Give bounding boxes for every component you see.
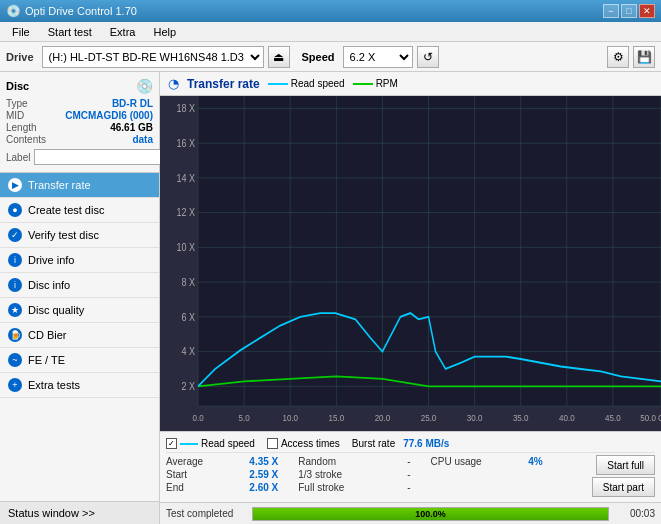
stat-cpu-usage-label: CPU usage <box>431 456 482 467</box>
nav-cd-bier-label: CD Bier <box>28 329 67 341</box>
disc-label-label: Label <box>6 152 30 163</box>
progress-bar-container: 100.0% <box>252 507 609 521</box>
svg-text:10.0: 10.0 <box>282 412 298 423</box>
stats-legend-row: Read speed Access times Burst rate 77.6 … <box>166 435 655 453</box>
nav-disc-info[interactable]: i Disc info <box>0 273 159 298</box>
svg-text:25.0: 25.0 <box>421 412 437 423</box>
disc-label-input[interactable] <box>34 149 167 165</box>
stat-cpu-usage: CPU usage 4% <box>431 455 543 468</box>
svg-text:6 X: 6 X <box>182 311 196 323</box>
svg-text:12 X: 12 X <box>177 206 196 218</box>
stats-buttons-col: Start full Start part <box>543 453 655 499</box>
nav-transfer-rate[interactable]: ▶ Transfer rate <box>0 173 159 198</box>
disc-section-label: Disc <box>6 80 29 92</box>
start-full-button[interactable]: Start full <box>596 455 655 475</box>
svg-text:0.0: 0.0 <box>193 412 204 423</box>
svg-text:2 X: 2 X <box>182 380 196 392</box>
menu-help[interactable]: Help <box>145 24 184 40</box>
close-button[interactable]: ✕ <box>639 4 655 18</box>
extra-tests-icon: + <box>8 378 22 392</box>
disc-type-label: Type <box>6 98 28 109</box>
rpm-legend: RPM <box>353 78 398 89</box>
stat-random-label: Random <box>298 456 336 467</box>
speed-select[interactable]: 6.2 X Max 1 X 2 X 4 X 8 X <box>343 46 413 68</box>
read-speed-check-label: Read speed <box>201 438 255 449</box>
progress-percent-label: 100.0% <box>415 509 446 519</box>
stat-1-3-stroke-value: - <box>407 469 410 480</box>
stat-random: Random - <box>298 455 410 468</box>
svg-text:10 X: 10 X <box>177 241 196 253</box>
fe-te-icon: ~ <box>8 353 22 367</box>
disc-contents-row: Contents data <box>6 134 153 145</box>
disc-contents-value: data <box>132 134 153 145</box>
nav-disc-quality-label: Disc quality <box>28 304 84 316</box>
disc-type-row: Type BD-R DL <box>6 98 153 109</box>
burst-rate-value: 77.6 MB/s <box>403 438 449 449</box>
burst-rate-label: Burst rate <box>352 438 395 449</box>
stat-random-value: - <box>407 456 410 467</box>
disc-mid-value: CMCMAGDI6 (000) <box>65 110 153 121</box>
nav-drive-info[interactable]: i Drive info <box>0 248 159 273</box>
nav-transfer-rate-label: Transfer rate <box>28 179 91 191</box>
elapsed-time: 00:03 <box>615 508 655 519</box>
stat-1-3-stroke: 1/3 stroke - <box>298 468 410 481</box>
stat-end-value: 2.60 X <box>249 482 278 493</box>
stat-start-label: Start <box>166 469 187 480</box>
nav-create-test-disc[interactable]: ● Create test disc <box>0 198 159 223</box>
stats-col-1: Average 4.35 X Start 2.59 X End 2.60 X <box>166 453 278 499</box>
right-panel: ◔ Transfer rate Read speed RPM <box>160 72 661 524</box>
menu-start-test[interactable]: Start test <box>40 24 100 40</box>
settings-button[interactable]: ⚙ <box>607 46 629 68</box>
disc-length-row: Length 46.61 GB <box>6 122 153 133</box>
nav-verify-test-disc-label: Verify test disc <box>28 229 99 241</box>
status-window-button[interactable]: Status window >> <box>0 501 159 524</box>
maximize-button[interactable]: □ <box>621 4 637 18</box>
read-speed-legend: Read speed <box>268 78 345 89</box>
read-speed-checkbox[interactable]: Read speed <box>166 438 255 449</box>
disc-type-value: BD-R DL <box>112 98 153 109</box>
eject-button[interactable]: ⏏ <box>268 46 290 68</box>
cd-bier-icon: 🍺 <box>8 328 22 342</box>
svg-text:15.0: 15.0 <box>329 412 345 423</box>
menu-extra[interactable]: Extra <box>102 24 144 40</box>
read-speed-check-box <box>166 438 177 449</box>
stat-full-stroke-label: Full stroke <box>298 482 344 493</box>
svg-text:14 X: 14 X <box>177 172 196 184</box>
stats-data-rows: Average 4.35 X Start 2.59 X End 2.60 X <box>166 453 655 499</box>
nav-verify-test-disc[interactable]: ✓ Verify test disc <box>0 223 159 248</box>
stats-col-3: CPU usage 4% <box>431 453 543 499</box>
speed-label: Speed <box>302 51 335 63</box>
chart-title: Transfer rate <box>187 77 260 91</box>
drive-select[interactable]: (H:) HL-DT-ST BD-RE WH16NS48 1.D3 <box>42 46 264 68</box>
stat-full-stroke-value: - <box>407 482 410 493</box>
nav-disc-info-label: Disc info <box>28 279 70 291</box>
disc-icon: 💿 <box>136 78 153 94</box>
stat-end: End 2.60 X <box>166 481 278 494</box>
window-controls: − □ ✕ <box>603 4 655 18</box>
svg-text:45.0: 45.0 <box>605 412 621 423</box>
chart-svg: 18 X 16 X 14 X 12 X 10 X 8 X 6 X 4 X 2 X… <box>160 96 661 431</box>
app-icon: 💿 <box>6 4 21 18</box>
minimize-button[interactable]: − <box>603 4 619 18</box>
nav-disc-quality[interactable]: ★ Disc quality <box>0 298 159 323</box>
refresh-button[interactable]: ↺ <box>417 46 439 68</box>
save-button[interactable]: 💾 <box>633 46 655 68</box>
nav-cd-bier[interactable]: 🍺 CD Bier <box>0 323 159 348</box>
chart-header: ◔ Transfer rate Read speed RPM <box>160 72 661 96</box>
menu-file[interactable]: File <box>4 24 38 40</box>
svg-text:50.0 GB: 50.0 GB <box>640 412 661 423</box>
access-times-checkbox[interactable]: Access times <box>267 438 340 449</box>
start-part-button[interactable]: Start part <box>592 477 655 497</box>
disc-mid-row: MID CMCMAGDI6 (000) <box>6 110 153 121</box>
nav-fe-te-label: FE / TE <box>28 354 65 366</box>
disc-info-panel: Disc 💿 Type BD-R DL MID CMCMAGDI6 (000) … <box>0 72 159 173</box>
stat-full-stroke: Full stroke - <box>298 481 410 494</box>
disc-quality-icon: ★ <box>8 303 22 317</box>
disc-contents-label: Contents <box>6 134 46 145</box>
chart-area: 18 X 16 X 14 X 12 X 10 X 8 X 6 X 4 X 2 X… <box>160 96 661 431</box>
drive-info-icon: i <box>8 253 22 267</box>
nav-fe-te[interactable]: ~ FE / TE <box>0 348 159 373</box>
disc-label-row: Label ✎ <box>6 148 153 166</box>
nav-extra-tests[interactable]: + Extra tests <box>0 373 159 398</box>
svg-text:4 X: 4 X <box>182 345 196 357</box>
